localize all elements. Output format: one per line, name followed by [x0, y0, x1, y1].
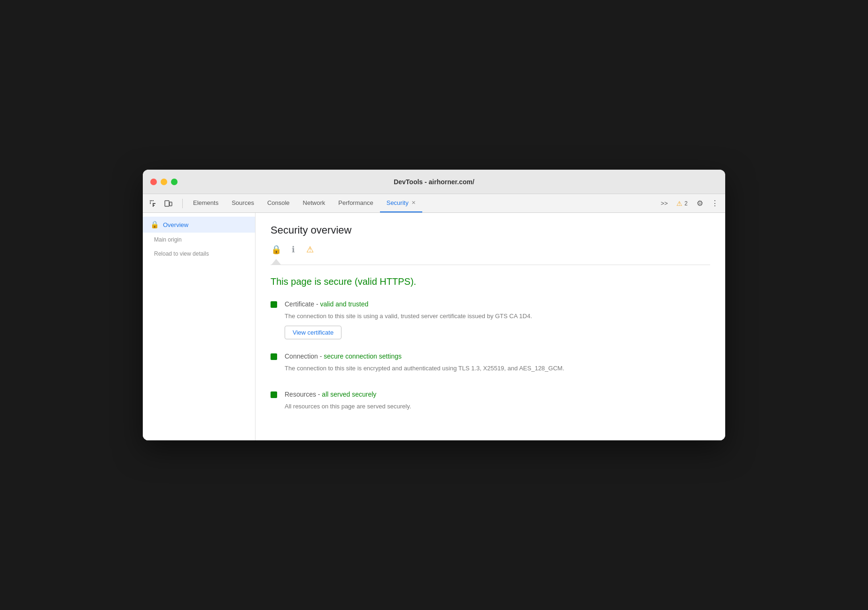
sidebar-overview-label: Overview — [163, 221, 188, 228]
resources-label: Resources - all served securely — [285, 391, 710, 398]
svg-rect-1 — [151, 200, 152, 201]
green-lock-icon[interactable]: 🔒 — [271, 244, 282, 255]
svg-rect-8 — [165, 201, 169, 206]
certificate-content: Certificate - valid and trusted The conn… — [285, 300, 710, 339]
maximize-button[interactable] — [171, 179, 178, 185]
certificate-description: The connection to this site is using a v… — [285, 312, 710, 321]
more-options-button[interactable]: ⋮ — [708, 197, 721, 210]
tab-close-icon[interactable]: ✕ — [411, 200, 416, 206]
certificate-prefix: Certificate - — [285, 300, 320, 308]
certificate-status: valid and trusted — [320, 300, 368, 308]
connection-label: Connection - secure connection settings — [285, 352, 710, 360]
settings-button[interactable]: ⚙ — [693, 197, 706, 210]
resources-status-indicator — [271, 391, 277, 398]
connection-status-indicator — [271, 353, 277, 360]
traffic-lights — [150, 179, 178, 185]
info-icon[interactable]: ℹ — [287, 244, 299, 255]
tab-performance[interactable]: Performance — [332, 194, 380, 212]
device-toolbar-icon[interactable] — [162, 197, 175, 210]
connection-description: The connection to this site is encrypted… — [285, 364, 710, 373]
view-certificate-button[interactable]: View certificate — [285, 326, 341, 339]
svg-rect-5 — [153, 203, 155, 204]
devtools-toolbar: Elements Sources Console Network Perform… — [143, 194, 725, 213]
resources-status: all served securely — [322, 391, 376, 398]
svg-rect-7 — [154, 205, 155, 206]
svg-rect-3 — [153, 200, 154, 201]
secure-message: This page is secure (valid HTTPS). — [271, 276, 710, 287]
devtools-panel: Elements Sources Console Network Perform… — [143, 194, 725, 440]
lock-icon: 🔒 — [150, 220, 159, 229]
resources-prefix: Resources - — [285, 391, 322, 398]
sidebar-reload-label: Reload to view details — [154, 250, 209, 257]
active-arrow-indicator — [271, 259, 281, 265]
toolbar-icons — [147, 197, 175, 210]
warning-icon: ⚠ — [676, 200, 682, 207]
window-title: DevTools - airhorner.com/ — [394, 178, 474, 186]
main-content: Security overview 🔒 ℹ ⚠ This page is sec… — [256, 213, 725, 440]
more-tabs-button[interactable]: >> — [658, 197, 671, 210]
toolbar-right: >> ⚠ 2 ⚙ ⋮ — [658, 197, 721, 210]
sidebar: 🔒 Overview Main origin Reload to view de… — [143, 213, 256, 440]
resources-description: All resources on this page are served se… — [285, 402, 710, 411]
devtools-window: DevTools - airhorner.com/ — [143, 170, 725, 440]
svg-rect-9 — [170, 202, 172, 206]
certificate-label: Certificate - valid and trusted — [285, 300, 710, 308]
svg-rect-0 — [150, 200, 151, 201]
tab-sources[interactable]: Sources — [225, 194, 261, 212]
connection-status: secure connection settings — [324, 352, 402, 360]
sidebar-item-main-origin[interactable]: Main origin — [143, 233, 255, 247]
certificate-status-indicator — [271, 301, 277, 308]
connection-item: Connection - secure connection settings … — [271, 352, 710, 378]
tab-network[interactable]: Network — [296, 194, 332, 212]
tab-security[interactable]: Security ✕ — [380, 194, 422, 212]
minimize-button[interactable] — [161, 179, 167, 185]
svg-rect-6 — [153, 204, 154, 207]
tab-elements[interactable]: Elements — [186, 194, 225, 212]
titlebar: DevTools - airhorner.com/ — [143, 170, 725, 194]
close-button[interactable] — [150, 179, 157, 185]
toolbar-divider — [182, 199, 183, 208]
sidebar-item-overview[interactable]: 🔒 Overview — [143, 217, 255, 233]
devtools-tabs: Elements Sources Console Network Perform… — [186, 194, 422, 212]
resources-content: Resources - all served securely All reso… — [285, 391, 710, 416]
content-area: 🔒 Overview Main origin Reload to view de… — [143, 213, 725, 440]
sidebar-main-origin-label: Main origin — [154, 236, 182, 243]
page-title: Security overview — [271, 224, 710, 236]
select-element-icon[interactable] — [147, 197, 160, 210]
svg-rect-2 — [150, 202, 151, 203]
content-divider — [271, 265, 710, 265]
certificate-item: Certificate - valid and trusted The conn… — [271, 300, 710, 339]
connection-prefix: Connection - — [285, 352, 324, 360]
warning-count: 2 — [684, 200, 688, 207]
sidebar-item-reload[interactable]: Reload to view details — [143, 247, 255, 261]
resources-item: Resources - all served securely All reso… — [271, 391, 710, 416]
connection-content: Connection - secure connection settings … — [285, 352, 710, 378]
tab-console[interactable]: Console — [261, 194, 296, 212]
warning-triangle-icon[interactable]: ⚠ — [304, 244, 316, 255]
warning-badge[interactable]: ⚠ 2 — [673, 199, 691, 208]
security-icons-row: 🔒 ℹ ⚠ — [271, 244, 710, 255]
svg-rect-4 — [150, 203, 151, 204]
